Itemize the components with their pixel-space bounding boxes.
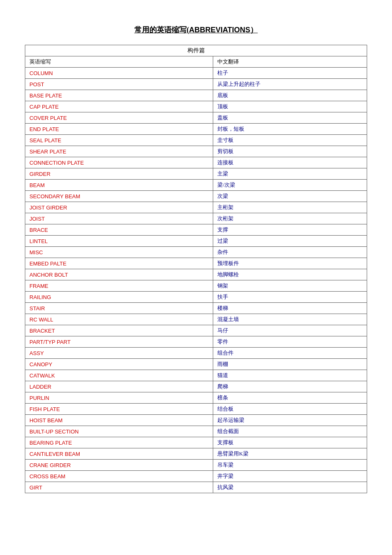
zh-cell: 猫道 xyxy=(213,370,367,381)
zh-cell: 檩条 xyxy=(213,392,367,404)
en-cell: PURLIN xyxy=(25,392,213,404)
zh-cell: 爬梯 xyxy=(213,381,367,392)
zh-cell: 马仔 xyxy=(213,325,367,336)
zh-cell: 楼梯 xyxy=(213,303,367,314)
zh-cell: 钢架 xyxy=(213,280,367,292)
zh-cell: 悬臂梁用K梁 xyxy=(213,448,367,460)
zh-cell: 雨棚 xyxy=(213,359,367,370)
table-row: CAP PLATE顶板 xyxy=(25,101,367,112)
table-row: MISC杂件 xyxy=(25,247,367,258)
en-cell: END PLATE xyxy=(25,124,213,135)
zh-cell: 抗风梁 xyxy=(213,482,367,493)
table-row: PURLIN檩条 xyxy=(25,392,367,404)
en-cell: BEARING PLATE xyxy=(25,437,213,448)
zh-cell: 杂件 xyxy=(213,247,367,258)
table-row: CANTILEVER BEAM悬臂梁用K梁 xyxy=(25,448,367,460)
main-table: 构件篇 英语缩写 中文翻译 COLUMN柱子POST从梁上升起的柱子BASE P… xyxy=(25,45,367,493)
en-cell: CATWALK xyxy=(25,370,213,381)
table-row: CANOPY雨棚 xyxy=(25,359,367,370)
table-row: BASE PLATE底板 xyxy=(25,90,367,101)
en-cell: RC WALL xyxy=(25,314,213,325)
col-header-zh: 中文翻译 xyxy=(213,56,367,68)
table-row: SECONDARY BEAM次梁 xyxy=(25,191,367,202)
zh-cell: 剪切板 xyxy=(213,146,367,157)
en-cell: CANOPY xyxy=(25,359,213,370)
zh-cell: 圭寸板 xyxy=(213,135,367,146)
zh-cell: 起吊运输梁 xyxy=(213,415,367,426)
table-row: CATWALK猫道 xyxy=(25,370,367,381)
en-cell: CROSS BEAM xyxy=(25,471,213,482)
en-cell: PART/TYP PART xyxy=(25,336,213,348)
table-row: CRANE GIRDER吊车梁 xyxy=(25,460,367,471)
table-row: BRACKET马仔 xyxy=(25,325,367,336)
en-cell: LADDER xyxy=(25,381,213,392)
en-cell: SECONDARY BEAM xyxy=(25,191,213,202)
zh-cell: 预埋板件 xyxy=(213,258,367,269)
table-row: SEAL PLATE圭寸板 xyxy=(25,135,367,146)
en-cell: GIRDER xyxy=(25,168,213,180)
table-row: PART/TYP PART零件 xyxy=(25,336,367,348)
en-cell: SHEAR PLATE xyxy=(25,146,213,157)
zh-cell: 从梁上升起的柱子 xyxy=(213,79,367,90)
en-cell: LINTEL xyxy=(25,236,213,247)
en-cell: STAIR xyxy=(25,303,213,314)
table-row: FISH PLATE结合板 xyxy=(25,404,367,415)
en-cell: JOIST xyxy=(25,213,213,224)
en-cell: JOIST GIRDER xyxy=(25,202,213,213)
zh-cell: 地脚螺栓 xyxy=(213,269,367,280)
zh-cell: 结合板 xyxy=(213,404,367,415)
zh-cell: 次桁架 xyxy=(213,213,367,224)
en-cell: BRACKET xyxy=(25,325,213,336)
table-row: LADDER爬梯 xyxy=(25,381,367,392)
table-row: BUILT-UP SECTION组合截面 xyxy=(25,426,367,437)
zh-cell: 主桁架 xyxy=(213,202,367,213)
table-row: STAIR楼梯 xyxy=(25,303,367,314)
en-cell: BEAM xyxy=(25,180,213,191)
zh-cell: 扶手 xyxy=(213,292,367,303)
zh-cell: 组合件 xyxy=(213,348,367,359)
table-row: BEAM梁/次梁 xyxy=(25,180,367,191)
en-cell: POST xyxy=(25,79,213,90)
table-row: ASSY组合件 xyxy=(25,348,367,359)
zh-cell: 连接板 xyxy=(213,157,367,168)
en-cell: CANTILEVER BEAM xyxy=(25,448,213,460)
table-row: LINTEL过梁 xyxy=(25,236,367,247)
table-row: BEARING PLATE支撑板 xyxy=(25,437,367,448)
title-english: ABBREVIATIONS xyxy=(189,26,251,34)
table-row: SHEAR PLATE剪切板 xyxy=(25,146,367,157)
zh-cell: 顶板 xyxy=(213,101,367,112)
en-cell: CRANE GIRDER xyxy=(25,460,213,471)
zh-cell: 次梁 xyxy=(213,191,367,202)
en-cell: MISC xyxy=(25,247,213,258)
title-chinese: 常用的英语缩写( xyxy=(134,26,189,34)
col-header-en: 英语缩写 xyxy=(25,56,213,68)
zh-cell: 封板，短板 xyxy=(213,124,367,135)
en-cell: CONNECTION PLATE xyxy=(25,157,213,168)
table-row: ANCHOR BOLT地脚螺栓 xyxy=(25,269,367,280)
table-row: CONNECTION PLATE连接板 xyxy=(25,157,367,168)
section-header: 构件篇 xyxy=(25,45,367,56)
en-cell: ANCHOR BOLT xyxy=(25,269,213,280)
en-cell: ASSY xyxy=(25,348,213,359)
table-row: BRACE支撑 xyxy=(25,224,367,236)
en-cell: EMBED PALTE xyxy=(25,258,213,269)
en-cell: GIRT xyxy=(25,482,213,493)
table-row: FRAME钢架 xyxy=(25,280,367,292)
zh-cell: 梁/次梁 xyxy=(213,180,367,191)
table-row: RC WALL混凝土墙 xyxy=(25,314,367,325)
en-cell: CAP PLATE xyxy=(25,101,213,112)
zh-cell: 底板 xyxy=(213,90,367,101)
en-cell: SEAL PLATE xyxy=(25,135,213,146)
zh-cell: 盖板 xyxy=(213,112,367,124)
zh-cell: 支撑 xyxy=(213,224,367,236)
zh-cell: 混凝土墙 xyxy=(213,314,367,325)
table-row: POST从梁上升起的柱子 xyxy=(25,79,367,90)
zh-cell: 吊车梁 xyxy=(213,460,367,471)
table-row: CROSS BEAM井字梁 xyxy=(25,471,367,482)
table-row: JOIST次桁架 xyxy=(25,213,367,224)
table-row: JOIST GIRDER主桁架 xyxy=(25,202,367,213)
zh-cell: 过梁 xyxy=(213,236,367,247)
zh-cell: 零件 xyxy=(213,336,367,348)
table-row: END PLATE封板，短板 xyxy=(25,124,367,135)
table-row: GIRT抗风梁 xyxy=(25,482,367,493)
